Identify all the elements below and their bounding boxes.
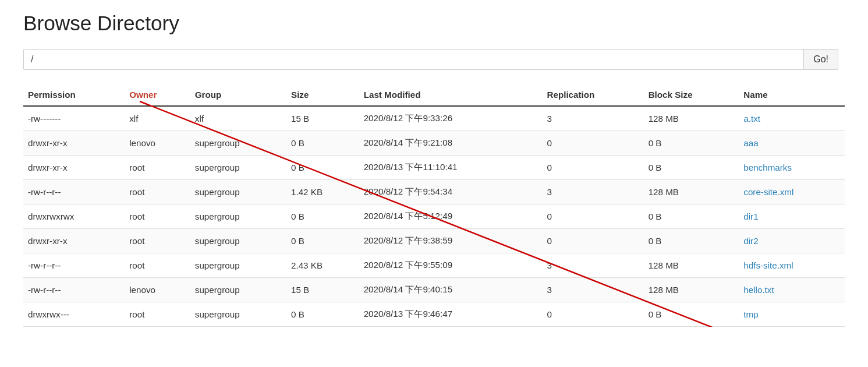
cell-lastmod: 2020/8/14 下午9:40:15	[359, 278, 543, 302]
table-row: drwxrwxrwxrootsupergroup0 B2020/8/14 下午5…	[23, 204, 845, 229]
cell-replication: 3	[542, 180, 643, 204]
cell-blocksize: 128 MB	[644, 106, 739, 131]
cell-size: 0 B	[286, 229, 359, 253]
cell-group: xlf	[190, 106, 286, 131]
cell-group: supergroup	[190, 229, 286, 253]
cell-lastmod: 2020/8/13 下午9:46:47	[359, 302, 543, 327]
col-header-lastmod: Last Modified	[359, 84, 543, 106]
cell-size: 1.42 KB	[286, 180, 359, 204]
cell-replication: 0	[542, 302, 643, 327]
table-row: -rw-r--r--rootsupergroup2.43 KB2020/8/12…	[23, 253, 845, 278]
table-header-row: Permission Owner Group Size Last Modifie…	[23, 84, 845, 106]
cell-lastmod: 2020/8/14 下午9:21:08	[359, 131, 543, 156]
cell-permission: drwxr-xr-x	[23, 229, 125, 253]
cell-blocksize: 0 B	[644, 229, 739, 253]
cell-replication: 3	[542, 278, 643, 302]
col-header-owner: Owner	[125, 84, 190, 106]
go-button[interactable]: Go!	[803, 50, 838, 69]
col-header-name: Name	[739, 84, 845, 106]
cell-permission: drwxrwx---	[23, 302, 125, 327]
cell-owner: root	[125, 229, 190, 253]
cell-group: supergroup	[190, 131, 286, 156]
table-row: drwxr-xr-xrootsupergroup0 B2020/8/13 下午1…	[23, 156, 845, 180]
cell-size: 0 B	[286, 156, 359, 180]
cell-permission: -rw-r--r--	[23, 278, 125, 302]
cell-replication: 0	[542, 156, 643, 180]
table-row: -rw-------xlfxlf15 B2020/8/12 下午9:33:263…	[23, 106, 845, 131]
col-header-group: Group	[190, 84, 286, 106]
cell-owner: lenovo	[125, 131, 190, 156]
file-link[interactable]: dir2	[743, 236, 758, 246]
cell-name: aaa	[739, 131, 845, 156]
cell-size: 0 B	[286, 131, 359, 156]
cell-owner: root	[125, 156, 190, 180]
cell-blocksize: 128 MB	[644, 180, 739, 204]
cell-blocksize: 0 B	[644, 204, 739, 229]
cell-size: 2.43 KB	[286, 253, 359, 278]
file-link[interactable]: benchmarks	[743, 163, 792, 172]
col-header-permission: Permission	[23, 84, 125, 106]
cell-size: 15 B	[286, 106, 359, 131]
cell-name: dir2	[739, 229, 845, 253]
cell-name: hello.txt	[739, 278, 845, 302]
table-row: drwxrwx---rootsupergroup0 B2020/8/13 下午9…	[23, 302, 845, 327]
cell-replication: 0	[542, 204, 643, 229]
cell-permission: -rw-------	[23, 106, 125, 131]
cell-lastmod: 2020/8/12 下午9:38:59	[359, 229, 543, 253]
table-row: -rw-r--r--lenovosupergroup15 B2020/8/14 …	[23, 278, 845, 302]
cell-permission: -rw-r--r--	[23, 180, 125, 204]
table-row: drwxr-xr-xrootsupergroup0 B2020/8/12 下午9…	[23, 229, 845, 253]
cell-replication: 0	[542, 131, 643, 156]
cell-group: supergroup	[190, 278, 286, 302]
directory-table: Permission Owner Group Size Last Modifie…	[23, 84, 845, 327]
cell-replication: 3	[542, 106, 643, 131]
cell-group: supergroup	[190, 302, 286, 327]
cell-owner: lenovo	[125, 278, 190, 302]
col-header-size: Size	[286, 84, 359, 106]
table-row: -rw-r--r--rootsupergroup1.42 KB2020/8/12…	[23, 180, 845, 204]
file-link[interactable]: aaa	[743, 138, 758, 148]
cell-owner: xlf	[125, 106, 190, 131]
cell-lastmod: 2020/8/13 下午11:10:41	[359, 156, 543, 180]
path-input[interactable]	[24, 50, 803, 69]
cell-lastmod: 2020/8/12 下午9:33:26	[359, 106, 543, 131]
search-bar: Go!	[23, 49, 838, 70]
cell-blocksize: 0 B	[644, 302, 739, 327]
file-link[interactable]: core-site.xml	[743, 187, 793, 197]
file-link[interactable]: tmp	[743, 309, 758, 319]
table-row: drwxr-xr-xlenovosupergroup0 B2020/8/14 下…	[23, 131, 845, 156]
cell-group: supergroup	[190, 180, 286, 204]
file-link[interactable]: hello.txt	[743, 285, 774, 295]
cell-name: hdfs-site.xml	[739, 253, 845, 278]
cell-replication: 3	[542, 253, 643, 278]
cell-name: a.txt	[739, 106, 845, 131]
cell-group: supergroup	[190, 253, 286, 278]
col-header-replication: Replication	[542, 84, 643, 106]
cell-permission: drwxr-xr-x	[23, 156, 125, 180]
col-header-blocksize: Block Size	[644, 84, 739, 106]
cell-name: dir1	[739, 204, 845, 229]
cell-permission: drwxrwxrwx	[23, 204, 125, 229]
cell-owner: root	[125, 302, 190, 327]
cell-lastmod: 2020/8/12 下午9:55:09	[359, 253, 543, 278]
cell-lastmod: 2020/8/12 下午9:54:34	[359, 180, 543, 204]
cell-name: tmp	[739, 302, 845, 327]
cell-size: 15 B	[286, 278, 359, 302]
cell-permission: -rw-r--r--	[23, 253, 125, 278]
file-link[interactable]: dir1	[743, 211, 758, 221]
cell-blocksize: 128 MB	[644, 278, 739, 302]
cell-owner: root	[125, 253, 190, 278]
cell-lastmod: 2020/8/14 下午5:12:49	[359, 204, 543, 229]
cell-blocksize: 128 MB	[644, 253, 739, 278]
file-link[interactable]: a.txt	[743, 114, 760, 123]
cell-owner: root	[125, 204, 190, 229]
cell-owner: root	[125, 180, 190, 204]
cell-size: 0 B	[286, 204, 359, 229]
cell-blocksize: 0 B	[644, 131, 739, 156]
file-link[interactable]: hdfs-site.xml	[743, 260, 793, 270]
cell-name: benchmarks	[739, 156, 845, 180]
cell-replication: 0	[542, 229, 643, 253]
cell-name: core-site.xml	[739, 180, 845, 204]
page-title: Browse Directory	[23, 12, 845, 35]
cell-group: supergroup	[190, 204, 286, 229]
